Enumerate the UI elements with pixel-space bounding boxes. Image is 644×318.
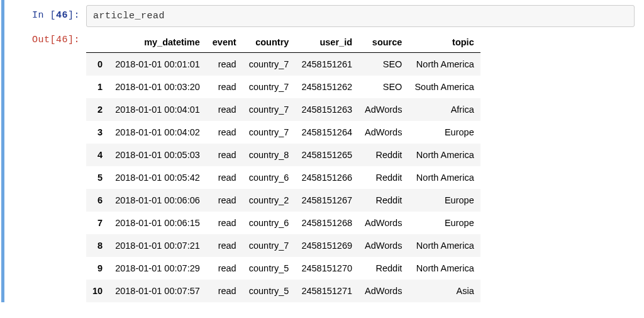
cell-topic: Europe [408, 189, 480, 212]
cell-my_datetime: 2018-01-01 00:07:29 [109, 257, 206, 280]
row-index: 5 [86, 166, 109, 189]
cell-country: country_7 [243, 234, 296, 257]
cell-user_id: 2458151261 [295, 53, 358, 76]
cell-event: read [206, 166, 243, 189]
row-index: 10 [86, 280, 109, 302]
cell-country: country_7 [243, 53, 296, 76]
cell-country: country_2 [243, 189, 296, 212]
row-index: 7 [86, 212, 109, 234]
cell-source: Reddit [358, 144, 408, 166]
cell-source: AdWords [358, 234, 408, 257]
cell-user_id: 2458151263 [295, 98, 358, 121]
table-row: 32018-01-01 00:04:02readcountry_72458151… [86, 121, 480, 144]
out-close: ]: [68, 35, 80, 45]
cell-source: AdWords [358, 280, 408, 302]
cell-source: AdWords [358, 98, 408, 121]
cell-topic: North America [408, 53, 480, 76]
cell-my_datetime: 2018-01-01 00:06:06 [109, 189, 206, 212]
cell-event: read [206, 212, 243, 234]
cell-my_datetime: 2018-01-01 00:07:57 [109, 280, 206, 302]
table-row: 82018-01-01 00:07:21readcountry_72458151… [86, 234, 480, 257]
cell-user_id: 2458151268 [295, 212, 358, 234]
col-event: event [206, 32, 243, 53]
cell-event: read [206, 121, 243, 144]
output-area: my_datetime event country user_id source… [86, 30, 644, 302]
cell-topic: Europe [408, 212, 480, 234]
cell-my_datetime: 2018-01-01 00:06:15 [109, 212, 206, 234]
cell-country: country_7 [243, 121, 296, 144]
cell-event: read [206, 144, 243, 166]
cell-topic: North America [408, 257, 480, 280]
cell-country: country_6 [243, 166, 296, 189]
cell-event: read [206, 98, 243, 121]
cell-country: country_7 [243, 76, 296, 98]
cell-country: country_5 [243, 280, 296, 302]
cell-user_id: 2458151266 [295, 166, 358, 189]
table-header: my_datetime event country user_id source… [86, 32, 480, 53]
cell-country: country_5 [243, 257, 296, 280]
code-text: article_read [93, 11, 165, 21]
cell-country: country_7 [243, 98, 296, 121]
cell-topic: Europe [408, 121, 480, 144]
input-row: In [46]: article_read [11, 5, 644, 27]
in-close: ]: [68, 10, 80, 21]
row-index: 3 [86, 121, 109, 144]
cell-topic: North America [408, 234, 480, 257]
cell-user_id: 2458151267 [295, 189, 358, 212]
cell-my_datetime: 2018-01-01 00:03:20 [109, 76, 206, 98]
cell-country: country_8 [243, 144, 296, 166]
header-row: my_datetime event country user_id source… [86, 32, 480, 53]
cell-my_datetime: 2018-01-01 00:04:02 [109, 121, 206, 144]
cell-event: read [206, 53, 243, 76]
table-row: 52018-01-01 00:05:42readcountry_62458151… [86, 166, 480, 189]
cell-country: country_6 [243, 212, 296, 234]
cell-topic: South America [408, 76, 480, 98]
code-input[interactable]: article_read [86, 5, 635, 27]
row-index: 6 [86, 189, 109, 212]
cell-user_id: 2458151265 [295, 144, 358, 166]
cell-topic: Africa [408, 98, 480, 121]
cell-event: read [206, 234, 243, 257]
cell-event: read [206, 189, 243, 212]
cell-source: AdWords [358, 121, 408, 144]
table-row: 22018-01-01 00:04:01readcountry_72458151… [86, 98, 480, 121]
row-index: 4 [86, 144, 109, 166]
cell-my_datetime: 2018-01-01 00:05:42 [109, 166, 206, 189]
out-label: Out[ [32, 35, 56, 45]
cell-user_id: 2458151262 [295, 76, 358, 98]
cell-topic: Asia [408, 280, 480, 302]
cell-event: read [206, 280, 243, 302]
output-prompt: Out[46]: [11, 30, 86, 45]
cell-user_id: 2458151264 [295, 121, 358, 144]
in-label: In [ [32, 10, 56, 21]
table-row: 12018-01-01 00:03:20readcountry_72458151… [86, 76, 480, 98]
table-body: 02018-01-01 00:01:01readcountry_72458151… [86, 53, 480, 303]
cell-source: Reddit [358, 166, 408, 189]
cell-my_datetime: 2018-01-01 00:04:01 [109, 98, 206, 121]
row-index: 1 [86, 76, 109, 98]
cell-my_datetime: 2018-01-01 00:05:03 [109, 144, 206, 166]
col-source: source [358, 32, 408, 53]
cell-my_datetime: 2018-01-01 00:07:21 [109, 234, 206, 257]
cell-user_id: 2458151271 [295, 280, 358, 302]
table-row: 72018-01-01 00:06:15readcountry_62458151… [86, 212, 480, 234]
row-index: 2 [86, 98, 109, 121]
col-topic: topic [408, 32, 480, 53]
row-index: 8 [86, 234, 109, 257]
row-index: 9 [86, 257, 109, 280]
output-row: Out[46]: my_datetime event country user_… [11, 30, 644, 302]
index-header [86, 32, 109, 53]
table-row: 02018-01-01 00:01:01readcountry_72458151… [86, 53, 480, 76]
cell-topic: North America [408, 166, 480, 189]
cell-source: Reddit [358, 257, 408, 280]
cell-topic: North America [408, 144, 480, 166]
cell-my_datetime: 2018-01-01 00:01:01 [109, 53, 206, 76]
cell-source: SEO [358, 76, 408, 98]
cell-source: Reddit [358, 189, 408, 212]
table-row: 92018-01-01 00:07:29readcountry_52458151… [86, 257, 480, 280]
in-number: 46 [56, 10, 68, 21]
col-my_datetime: my_datetime [109, 32, 206, 53]
cell-source: SEO [358, 53, 408, 76]
col-country: country [243, 32, 296, 53]
input-prompt: In [46]: [11, 5, 86, 21]
